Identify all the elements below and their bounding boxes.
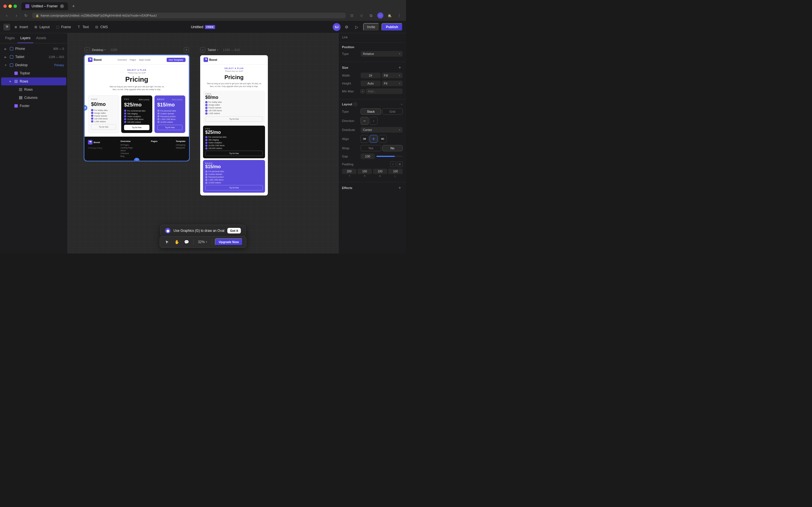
layout-collapse-button[interactable]: − [401,102,403,106]
comment-tool[interactable]: 💬 [183,238,190,246]
tab-pages[interactable]: Pages [2,33,17,43]
expand-rows[interactable]: ▼ [8,79,12,83]
settings-button[interactable]: ⚙ [343,23,351,31]
profile-icon[interactable]: SJ [377,12,384,18]
cms-tool[interactable]: ⊟ CMS [92,23,110,31]
minimize-button[interactable] [8,4,12,8]
publish-button[interactable]: Publish [382,23,403,31]
tablet-pricing-frame[interactable]: Boost SELECT A PLAN Please buy our stuff… [200,55,268,195]
layer-columns[interactable]: ▶ Columns [1,94,66,102]
padding-bottom-input[interactable]: 100 [373,169,388,174]
align-center-button[interactable] [370,135,377,143]
insert-tool[interactable]: ⊕ Insert [11,23,30,31]
layer-rows[interactable]: ▼ Rows [1,77,66,86]
footer-link-2: Landing Page [120,147,133,149]
direction-buttons: ↔ ↕ [361,117,377,125]
layout-tool[interactable]: ⊞ Layout [31,23,52,31]
stack-button[interactable]: Stack [361,108,381,115]
back-button[interactable]: ‹ [3,12,10,19]
basic-billing: Billed yearly [172,99,183,101]
new-tab-button[interactable]: + [70,3,77,10]
preview-button[interactable]: ▷ [353,23,361,31]
t-free-f2: ✓Design editor [205,104,263,106]
menu-icon[interactable]: ⋮ [396,12,403,19]
svg-rect-2 [85,109,85,109]
distribute-dropdown[interactable]: Center ▾ [361,127,403,133]
zoom-control[interactable]: 32% ▾ [196,240,209,244]
footer-link-3: About [120,150,133,152]
close-button[interactable] [3,4,7,8]
tab-assets[interactable]: Assets [33,33,49,43]
wrap-no-button[interactable]: No [382,145,403,151]
tab-layers[interactable]: Layers [17,33,33,43]
layout-info-icon[interactable]: ? [353,102,357,106]
position-type-dropdown[interactable]: Relative ▾ [361,51,403,57]
height-mode-dropdown[interactable]: Fit ▾ [382,80,403,86]
gap-slider-fill [376,156,395,157]
width-mode-dropdown[interactable]: Fill ▾ [382,73,403,78]
wrap-yes-button[interactable]: Yes [361,145,381,151]
user-avatar[interactable]: SJ [333,23,341,31]
padding-individual-icon[interactable]: ⊞ [397,161,403,167]
layer-footer[interactable]: ▶ Footer [1,102,66,110]
check-icon: ✓ [205,107,207,109]
desktop-play-button[interactable]: ▷ [85,47,90,52]
free-cta-button[interactable]: Try for free [91,124,116,129]
tablet-pro-cta[interactable]: Try for free [205,151,263,156]
template-button[interactable]: Use Template [167,58,186,62]
canvas[interactable]: ▷ Desktop ▾ 1200 + [68,33,338,253]
maximize-button[interactable] [13,4,17,8]
desktop-pricing-frame[interactable]: Boost Overview Pages Style Guide Use Tem… [85,55,189,161]
extensions-icon[interactable]: ⧉ [368,12,374,19]
desktop-add-button[interactable]: + [184,47,189,52]
tablet-basic-cta[interactable]: Try for free [205,185,263,190]
link-section-title: Link [342,36,403,39]
select-tool[interactable] [163,238,171,246]
hand-tool[interactable]: ✋ [173,238,181,246]
tablet-free-cta[interactable]: Try for free [205,116,263,122]
forward-button[interactable]: › [13,12,20,19]
expand-tablet[interactable]: ▶ [3,55,8,59]
toolbar: ⊕ Insert ⊞ Layout ⬚ Frame T Text ⊟ CMS U [0,21,406,33]
direction-vertical-button[interactable]: ↕ [370,117,377,125]
tab-close-button[interactable]: × [60,4,64,8]
address-bar[interactable]: 🔒 framer.com/projects/Untitled--mZ98oDWa… [32,13,346,18]
padding-linked-icon[interactable]: □ [390,161,396,167]
toast-got-it-button[interactable]: Got it [227,228,241,233]
padding-right-input[interactable]: 100 [357,169,372,174]
gap-input[interactable]: 100 [361,154,375,159]
minmax-icon[interactable]: ⊟ [361,89,364,93]
framer-logo[interactable] [3,24,10,31]
cast-icon[interactable]: ⊡ [349,12,355,19]
direction-horizontal-button[interactable]: ↔ [361,117,368,125]
upgrade-button[interactable]: Upgrade Now [215,238,243,245]
align-end-button[interactable] [378,135,387,143]
invite-button[interactable]: Invite [363,23,379,31]
frame-tool[interactable]: ⬚ Frame [53,23,73,31]
tablet-play-button[interactable]: ▷ [200,47,205,52]
expand-phone[interactable]: ▶ [3,47,8,51]
expand-desktop[interactable]: ▼ [3,63,8,67]
text-tool[interactable]: T Text [74,23,91,31]
layer-desktop[interactable]: ▼ Desktop Primary [1,61,66,69]
gap-slider-track[interactable] [376,156,403,157]
grid-button[interactable]: Grid [382,108,403,115]
reload-button[interactable]: ↻ [22,12,29,19]
height-input[interactable]: Auto [361,80,380,86]
size-add-button[interactable]: + [397,65,403,70]
padding-top-input[interactable]: 200 [342,169,356,174]
t-pro-f3: ✓Visitor analytics [205,142,263,144]
align-start-button[interactable] [361,135,368,143]
layer-phone[interactable]: ▶ Phone 809 — 0 [1,45,66,53]
layer-tablet[interactable]: ▶ Tablet 1199 — 810 [1,53,66,61]
basic-cta-button[interactable]: Try for free [157,125,183,130]
pro-cta-button[interactable]: Try for free [124,125,149,130]
active-tab[interactable]: Untitled – Framer × [21,2,68,10]
effects-add-button[interactable]: + [397,185,403,191]
minmax-input[interactable]: Add... [366,89,403,94]
layer-topbar[interactable]: ▶ Topbar [1,69,66,77]
bookmark-icon[interactable]: ☆ [358,12,365,19]
width-input[interactable]: 1fr [361,73,380,78]
layer-rows-child[interactable]: ▶ Rows [1,86,66,94]
padding-left-input[interactable]: 100 [388,169,403,174]
